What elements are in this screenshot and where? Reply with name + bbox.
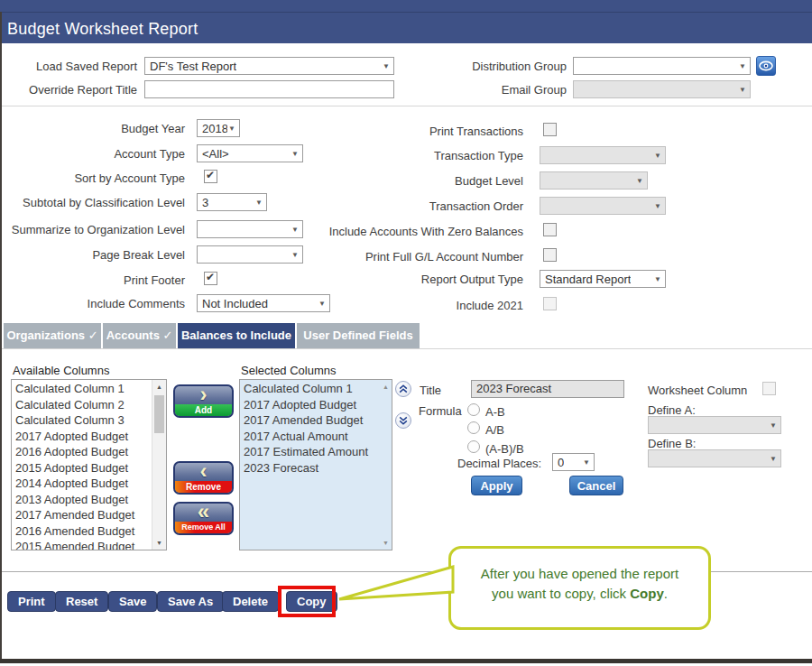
- override-report-title-input[interactable]: [144, 80, 394, 98]
- worksheet-column-label: Worksheet Column: [648, 384, 747, 397]
- list-item[interactable]: 2014 Adopted Budget: [12, 476, 166, 492]
- dropdown-arrow-icon: ▼: [228, 125, 235, 133]
- page-title: Budget Worksheet Report: [7, 20, 198, 39]
- include-zero-balances-checkbox[interactable]: [543, 223, 557, 236]
- list-item[interactable]: 2016 Amended Budget: [12, 523, 166, 540]
- list-item[interactable]: 2015 Adopted Budget: [12, 460, 166, 476]
- list-item[interactable]: 2017 Adopted Budget: [240, 397, 392, 413]
- callout-line-2: you want to copy, click Copy.: [451, 584, 708, 604]
- scroll-up-icon[interactable]: ▲: [152, 380, 166, 393]
- account-type-label: Account Type: [0, 147, 185, 161]
- screenshot-bottom-edge: [0, 659, 812, 663]
- list-item[interactable]: 2015 Amended Budget: [12, 539, 166, 550]
- screenshot-left-edge: [0, 12, 2, 663]
- list-item[interactable]: 2023 Forecast: [240, 460, 392, 476]
- list-item[interactable]: 2017 Amended Budget: [12, 507, 166, 523]
- print-button[interactable]: Print: [7, 591, 56, 612]
- print-transactions-checkbox[interactable]: [543, 123, 557, 136]
- tab-content-divider: [0, 348, 812, 349]
- transaction-type-label: Transaction Type: [298, 149, 523, 162]
- transaction-order-select[interactable]: ▼: [540, 197, 666, 215]
- print-footer-checkbox[interactable]: [204, 272, 217, 285]
- budget-year-select[interactable]: 2018 ▼: [197, 119, 240, 137]
- arrow-right-icon: ›: [175, 386, 232, 404]
- override-report-title-label: Override Report Title: [0, 83, 137, 97]
- worksheet-column-checkbox[interactable]: [762, 382, 776, 395]
- move-down-button[interactable]: [395, 412, 411, 429]
- page-break-level-label: Page Break Level: [0, 248, 185, 262]
- budget-level-select[interactable]: ▼: [540, 171, 648, 190]
- available-columns-listbox[interactable]: Calculated Column 1 Calculated Column 2 …: [11, 379, 167, 550]
- list-item[interactable]: 2017 Adopted Budget: [12, 429, 166, 445]
- budget-level-label: Budget Level: [298, 174, 523, 188]
- apply-button[interactable]: Apply: [471, 476, 522, 495]
- move-up-button[interactable]: [395, 381, 411, 397]
- column-title-input[interactable]: 2023 Forecast: [471, 380, 624, 398]
- email-group-label: Email Group: [397, 83, 567, 97]
- summarize-organization-level-label: Summarize to Organization Level: [0, 223, 185, 236]
- transaction-order-label: Transaction Order: [298, 199, 523, 213]
- dropdown-arrow-icon: ▼: [770, 455, 777, 463]
- reset-button[interactable]: Reset: [55, 591, 108, 612]
- title-bar-divider: [0, 12, 812, 13]
- list-item[interactable]: Calculated Column 1: [240, 381, 392, 397]
- scroll-up-icon[interactable]: ▲: [383, 384, 389, 390]
- selected-columns-listbox[interactable]: Calculated Column 1 2017 Adopted Budget …: [239, 379, 392, 550]
- sort-by-account-type-checkbox[interactable]: [204, 170, 217, 183]
- remove-all-button[interactable]: « Remove All: [173, 502, 234, 535]
- list-item[interactable]: Calculated Column 2: [12, 397, 166, 413]
- tab-organizations[interactable]: Organizations ✓: [4, 323, 101, 348]
- save-as-button[interactable]: Save As: [157, 591, 224, 612]
- remove-button[interactable]: ‹ Remove: [173, 461, 234, 495]
- email-group-select[interactable]: ▼: [573, 80, 751, 98]
- tab-balances-to-include[interactable]: Balances to Include ✓: [178, 323, 295, 348]
- print-transactions-label: Print Transactions: [298, 125, 523, 138]
- include-2021-checkbox[interactable]: [543, 297, 557, 310]
- selected-columns-label: Selected Columns: [241, 364, 337, 377]
- scroll-down-icon[interactable]: ▼: [152, 536, 166, 550]
- list-item[interactable]: Calculated Column 1: [12, 381, 166, 397]
- include-2021-label: Include 2021: [298, 299, 523, 312]
- list-item[interactable]: 2017 Actual Amount: [240, 429, 392, 445]
- sort-by-account-type-label: Sort by Account Type: [0, 171, 185, 185]
- list-item[interactable]: 2013 Adopted Budget: [12, 492, 166, 508]
- add-button[interactable]: › Add: [173, 384, 234, 418]
- dropdown-arrow-icon: ▼: [739, 62, 746, 70]
- dropdown-arrow-icon: ▼: [654, 202, 661, 210]
- delete-button[interactable]: Delete: [222, 591, 279, 612]
- scroll-thumb[interactable]: [154, 395, 164, 433]
- define-b-select[interactable]: ▼: [648, 449, 781, 467]
- dropdown-arrow-icon: ▼: [636, 177, 643, 185]
- define-a-select[interactable]: ▼: [648, 416, 781, 434]
- transaction-type-select[interactable]: ▼: [540, 146, 666, 164]
- summarize-organization-level-select[interactable]: ▼: [197, 220, 303, 238]
- formula-a-over-b-option-label: A/B: [485, 423, 504, 437]
- scrollbar[interactable]: ▲ ▼: [152, 380, 166, 550]
- callout-bubble: After you have opened the report you wan…: [448, 546, 711, 630]
- account-type-select[interactable]: <All> ▼: [197, 144, 303, 162]
- report-output-type-select[interactable]: Standard Report ▼: [540, 270, 666, 288]
- distribution-group-select[interactable]: ▼: [573, 57, 751, 75]
- list-item[interactable]: Calculated Column 3: [12, 412, 166, 429]
- arrow-left-icon: ‹: [175, 463, 232, 481]
- scroll-down-icon[interactable]: ▼: [383, 540, 389, 546]
- list-item[interactable]: 2017 Amended Budget: [240, 412, 392, 429]
- distribution-group-label: Distribution Group: [397, 60, 567, 73]
- tab-user-defined-fields[interactable]: User Defined Fields: [297, 323, 420, 348]
- formula-a-minus-b-over-b-radio[interactable]: [467, 440, 480, 453]
- load-saved-report-select[interactable]: DF's Test Report ▼: [144, 57, 394, 75]
- formula-a-over-b-radio[interactable]: [467, 421, 480, 434]
- formula-a-minus-b-radio[interactable]: [467, 403, 480, 416]
- list-item[interactable]: 2017 Estimated Amount: [240, 444, 392, 460]
- tab-accounts[interactable]: Accounts ✓: [103, 323, 176, 348]
- include-comments-label: Include Comments: [0, 297, 185, 310]
- list-item[interactable]: 2016 Adopted Budget: [12, 444, 166, 460]
- print-full-gl-account-number-checkbox[interactable]: [543, 248, 557, 262]
- save-button[interactable]: Save: [108, 591, 157, 612]
- decimal-places-select[interactable]: 0 ▼: [552, 453, 595, 471]
- view-distribution-group-button[interactable]: [756, 56, 776, 76]
- page-break-level-select[interactable]: ▼: [197, 245, 303, 264]
- subtotal-classification-level-label: Subtotal by Classification Level: [0, 196, 185, 209]
- subtotal-classification-level-select[interactable]: 3 ▼: [197, 193, 267, 211]
- cancel-button[interactable]: Cancel: [569, 476, 623, 495]
